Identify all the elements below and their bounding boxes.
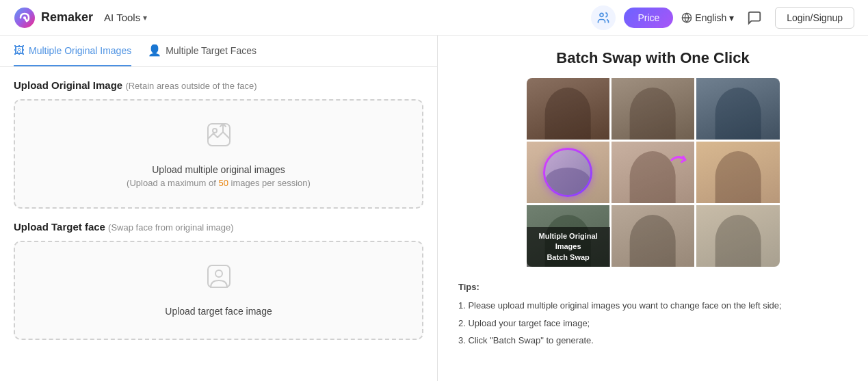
svg-point-5 <box>213 129 217 133</box>
right-panel: Batch Swap with One Click <box>438 36 868 381</box>
tips-title: Tips: <box>458 279 847 295</box>
upload-original-title-text: Upload Original Image <box>14 79 122 91</box>
upload-original-subtitle: (Retain areas outside of the face) <box>125 81 257 91</box>
tab-multiple-target-label: Multiple Target Faces <box>166 45 257 56</box>
demo-cell-2 <box>611 78 694 140</box>
tip-1: 1. Please upload multiple original image… <box>458 298 847 313</box>
faces-tab-icon: 👤 <box>148 44 161 57</box>
tab-multiple-target[interactable]: 👤 Multiple Target Faces <box>148 44 257 66</box>
upload-target-title: Upload Target face (Swap face from origi… <box>14 221 423 233</box>
right-panel-title: Batch Swap with One Click <box>458 49 847 67</box>
upload-target-subtitle: (Swap face from original image) <box>108 222 234 233</box>
header-right: Price English ▾ Login/Signup <box>591 5 854 30</box>
language-selector[interactable]: English ▾ <box>681 12 734 23</box>
demo-cell-6 <box>696 142 779 203</box>
upload-original-label: Upload multiple original images <box>152 164 285 175</box>
demo-grid-container: Multiple Original Images Batch Swap <box>527 78 780 267</box>
login-signup-button[interactable]: Login/Signup <box>775 7 854 29</box>
globe-icon <box>681 12 692 23</box>
upload-original-title: Upload Original Image (Retain areas outs… <box>14 79 423 91</box>
comment-icon <box>747 10 762 25</box>
demo-cell-4 <box>527 142 609 203</box>
demo-cell-9 <box>696 205 779 267</box>
demo-overlay-text: Multiple Original Images Batch Swap <box>527 227 610 267</box>
upload-original-sublabel: (Upload a maximum of 50 images per sessi… <box>127 178 311 188</box>
upload-target-box[interactable]: Upload target face image <box>14 241 423 340</box>
price-button[interactable]: Price <box>624 8 673 28</box>
tip-2: 2. Upload your target face image; <box>458 315 847 331</box>
upload-target-section: Upload Target face (Swap face from origi… <box>0 211 437 340</box>
tips-section: Tips: 1. Please upload multiple original… <box>458 279 847 349</box>
lang-chevron-icon: ▾ <box>729 12 734 23</box>
tab-multiple-original-label: Multiple Original Images <box>29 45 131 56</box>
logo[interactable]: Remaker <box>14 7 93 29</box>
comment-button[interactable] <box>742 5 767 30</box>
upload-target-label: Upload target face image <box>165 306 272 317</box>
logo-icon <box>14 7 36 29</box>
language-label: English <box>695 12 726 23</box>
demo-cell-1 <box>527 78 609 140</box>
demo-cell-3 <box>696 78 779 140</box>
svg-point-2 <box>600 13 603 16</box>
left-panel: 🖼 Multiple Original Images 👤 Multiple Ta… <box>0 36 438 381</box>
tip-3: 3. Click "Batch Swap" to generate. <box>458 332 847 348</box>
source-face-circle <box>543 148 592 197</box>
demo-cell-8 <box>611 205 694 267</box>
overlay-text-line1: Multiple Original Images <box>529 231 607 252</box>
ai-tools-nav[interactable]: AI Tools ▾ <box>104 12 147 23</box>
chevron-down-icon: ▾ <box>143 13 147 23</box>
images-tab-icon: 🖼 <box>14 44 25 57</box>
swap-arrow-icon <box>666 148 695 181</box>
upload-target-title-text: Upload Target face <box>14 221 105 233</box>
upload-target-icon <box>204 261 234 298</box>
users-icon <box>596 11 610 25</box>
ai-tools-label: AI Tools <box>104 12 140 23</box>
upload-original-section: Upload Original Image (Retain areas outs… <box>0 67 437 209</box>
header-left: Remaker AI Tools ▾ <box>14 7 147 29</box>
main-content: 🖼 Multiple Original Images 👤 Multiple Ta… <box>0 36 868 381</box>
logo-text: Remaker <box>41 10 93 25</box>
tabs-bar: 🖼 Multiple Original Images 👤 Multiple Ta… <box>0 36 437 67</box>
header: Remaker AI Tools ▾ Price English ▾ <box>0 0 868 36</box>
upload-original-icon <box>204 120 234 156</box>
tab-multiple-original[interactable]: 🖼 Multiple Original Images <box>14 44 131 66</box>
upload-original-box[interactable]: Upload multiple original images (Upload … <box>14 99 423 209</box>
svg-point-7 <box>215 270 222 277</box>
users-icon-button[interactable] <box>591 5 616 30</box>
svg-point-1 <box>23 16 26 19</box>
overlay-text-line2: Batch Swap <box>529 252 607 263</box>
